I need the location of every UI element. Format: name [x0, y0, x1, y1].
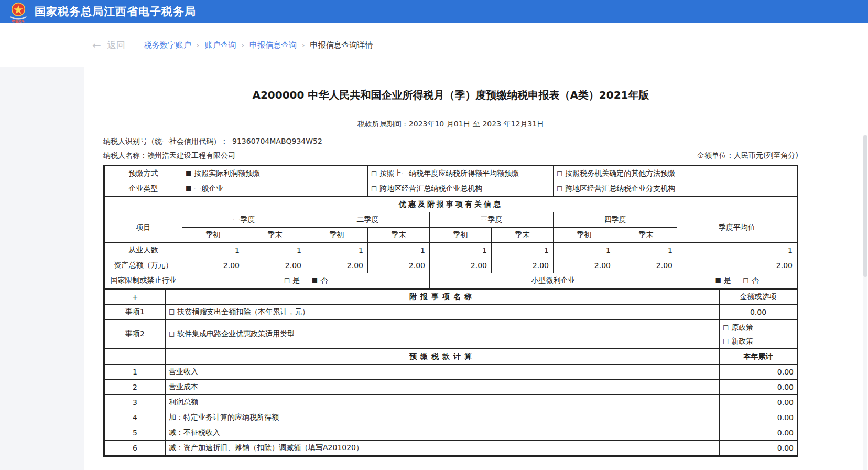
checkbox-unchecked-icon: □	[557, 185, 562, 192]
grid-sub-header: 季初	[554, 228, 615, 243]
restricted-industry-options: □是 ■否	[182, 273, 430, 289]
breadcrumb-link-digital-account[interactable]: 税务数字账户	[144, 40, 191, 50]
grid-sub-header: 季初	[182, 228, 244, 243]
calc-item-value: 0.00	[720, 394, 797, 410]
grid-sub-header: 季初	[430, 228, 492, 243]
amount-unit-note: 金额单位：人民币元(列至角分)	[697, 151, 798, 161]
taxpayer-id-line: 纳税人识别号（统一社会信用代码）：91360704MABQ934W52	[103, 137, 798, 146]
left-panel	[0, 67, 84, 470]
value-cell: 2.00	[554, 258, 615, 273]
total-assets-row: 资产总额（万元） 2.00 2.00 2.00 2.00 2.00 2.00 2…	[105, 258, 797, 273]
grid-sub-header: 季初	[306, 228, 368, 243]
value-cell: 2.00	[430, 258, 492, 273]
page: 中国税务 国家税务总局江西省电子税务局 ← 返回 税务数字账户 › 账户查询 ›…	[0, 0, 868, 470]
scrollbar-thumb[interactable]	[863, 135, 867, 277]
option-label: 按照上一纳税年度应纳税所得额平均额预缴	[379, 169, 519, 177]
row-number: 5	[105, 425, 166, 440]
plus-icon: +	[105, 289, 166, 304]
value-cell: 2.00	[244, 258, 306, 273]
option-label: 一般企业	[194, 184, 223, 193]
row-number: 6	[105, 440, 166, 455]
calc-item-name: 减：资产加速折旧、摊销（扣除）调减额（填写A201020）	[166, 440, 720, 455]
policy-option-new: □新政策	[723, 334, 794, 348]
etype-option-general: ■一般企业	[182, 181, 368, 197]
row-label: 事项2	[105, 319, 166, 349]
option-label: 新政策	[731, 337, 753, 345]
app-header: 中国税务 国家税务总局江西省电子税务局	[0, 0, 868, 23]
row-number: 3	[105, 394, 166, 410]
scrollbar[interactable]	[863, 135, 867, 470]
option-label: 按照实际利润额预缴	[194, 169, 260, 177]
calc-row: 6 减：资产加速折旧、摊销（扣除）调减额（填写A201020） 0.00	[105, 440, 797, 455]
option-label: 扶贫捐赠支出全额扣除（本年累计，元）	[177, 307, 309, 316]
checkbox-unchecked-icon: □	[557, 169, 562, 177]
additional-header-row: + 附报事项名称 金额或选项	[105, 289, 797, 304]
table-row: 项目 一季度 二季度 三季度 四季度 季度平均值	[105, 212, 797, 228]
additional-calc-table: + 附报事项名称 金额或选项 事项1 □扶贫捐赠支出全额扣除（本年累计，元） 0…	[104, 289, 797, 456]
option-label: 是	[724, 276, 731, 284]
grid-sub-header: 季末	[492, 228, 554, 243]
breadcrumb-link-account-query[interactable]: 账户查询	[204, 40, 236, 50]
row-label: 事项1	[105, 304, 166, 319]
breadcrumb-current: 申报信息查询详情	[310, 40, 373, 50]
body: A200000 中华人民共和国企业所得税月（季）度预缴纳税申报表（A类）2021…	[0, 67, 868, 470]
tax-emblem-icon: 中国税务	[7, 1, 29, 23]
calc-header-row: 预缴税款计算 本年累计	[105, 349, 797, 364]
grid-q1-header: 一季度	[182, 212, 306, 228]
checkbox-unchecked-icon: □	[371, 169, 377, 177]
benefit-info-table: 优惠及附报事项有关信息 项目 一季度 二季度 三季度 四季度 季度平均值 季初	[104, 197, 797, 289]
value-cell: 1	[430, 243, 492, 258]
checkbox-unchecked-icon: □	[284, 276, 290, 284]
taxpayer-name-line: 纳税人名称：赣州浩天建设工程有限公司 金额单位：人民币元(列至角分)	[103, 151, 798, 161]
calc-item-value: 0.00	[720, 410, 797, 425]
option-label: 软件集成电路企业优惠政策适用类型	[177, 329, 295, 338]
prepay-method-label: 预缴方式	[105, 166, 182, 181]
app-title: 国家税务总局江西省电子税务局	[35, 4, 196, 19]
value-cell: 1	[615, 243, 677, 258]
additional-name-header: 附报事项名称	[166, 289, 720, 304]
checkbox-checked-icon: ■	[312, 276, 318, 284]
value-cell: 1	[368, 243, 430, 258]
main-area: A200000 中华人民共和国企业所得税月（季）度预缴纳税申报表（A类）2021…	[84, 67, 868, 470]
svg-text:中国税务: 中国税务	[12, 19, 25, 23]
extra2-name: □软件集成电路企业优惠政策适用类型	[166, 319, 720, 349]
checkbox-unchecked-icon: □	[723, 324, 729, 331]
taxpayer-id-value: 91360704MABQ934W52	[232, 137, 322, 145]
option-label: 否	[320, 276, 328, 284]
row-label: 国家限制或禁止行业	[105, 273, 182, 289]
grid-q2-header: 二季度	[306, 212, 430, 228]
grid-sub-header: 季末	[244, 228, 306, 243]
value-cell: 1	[244, 243, 306, 258]
breadcrumb-link-declaration-query[interactable]: 申报信息查询	[249, 40, 297, 50]
grid-q3-header: 三季度	[430, 212, 554, 228]
extra1-value: 0.00	[720, 304, 797, 319]
employee-count-row: 从业人数 1 1 1 1 1 1 1 1 1	[105, 243, 797, 258]
calc-item-name: 减：不征税收入	[166, 425, 720, 440]
table-row: 优惠及附报事项有关信息	[105, 197, 797, 212]
row-label: 从业人数	[105, 243, 182, 258]
etype-option-branch: □跨地区经营汇总纳税企业分支机构	[554, 181, 797, 197]
calc-col-header: 本年累计	[720, 349, 797, 364]
avg-cell: 2.00	[677, 258, 797, 273]
empty-cell	[105, 349, 166, 364]
grid-q4-header: 四季度	[554, 212, 677, 228]
row-number: 1	[105, 364, 166, 379]
back-button[interactable]: ← 返回	[92, 39, 125, 51]
prepay-option-actual-profit: ■按照实际利润额预缴	[182, 166, 368, 181]
row-number: 2	[105, 379, 166, 394]
value-cell: 1	[182, 243, 244, 258]
checkbox-unchecked-icon: □	[723, 337, 729, 345]
chevron-separator-icon: ›	[241, 41, 244, 49]
small-micro-options: ■是 □否	[677, 273, 797, 289]
form-content: A200000 中华人民共和国企业所得税月（季）度预缴纳税申报表（A类）2021…	[103, 67, 798, 457]
calc-item-name: 加：特定业务计算的应纳税所得额	[166, 410, 720, 425]
checkbox-checked-icon: ■	[186, 169, 191, 177]
back-label: 返回	[107, 39, 125, 51]
option-label: 跨地区经营汇总纳税企业分支机构	[565, 184, 675, 193]
avg-cell: 1	[677, 243, 797, 258]
taxpayer-name: 纳税人名称：赣州浩天建设工程有限公司	[103, 151, 235, 161]
value-cell: 2.00	[306, 258, 368, 273]
prepay-option-prev-year-average: □按照上一纳税年度应纳税所得额平均额预缴	[368, 166, 554, 181]
option-label: 是	[292, 276, 300, 284]
table-row: 预缴方式 ■按照实际利润额预缴 □按照上一纳税年度应纳税所得额平均额预缴 □按照…	[105, 166, 797, 181]
